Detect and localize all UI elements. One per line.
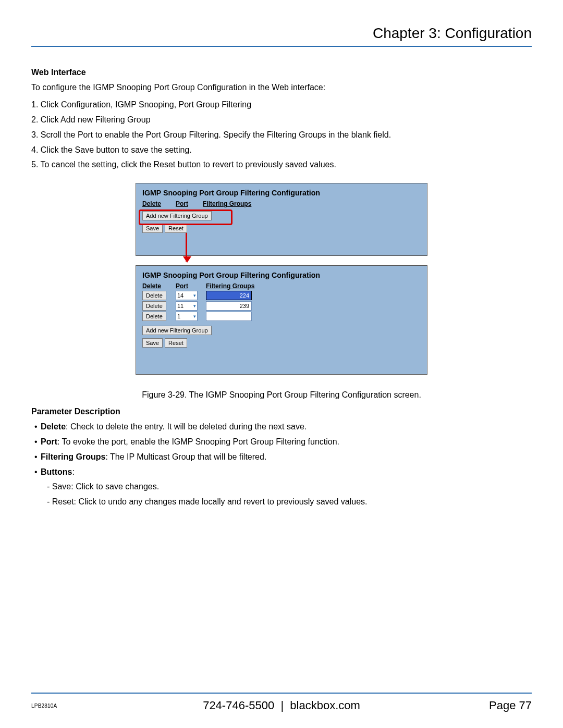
filtering-group-input[interactable] bbox=[206, 312, 252, 321]
param-term: Delete bbox=[41, 422, 66, 431]
page-footer: LPB2810A 724-746-5500 | blackbox.com Pag… bbox=[31, 693, 532, 712]
parameter-item: •Filtering Groups: The IP Multicast Grou… bbox=[31, 450, 532, 465]
chevron-down-icon: ▾ bbox=[193, 303, 196, 309]
param-desc: : Check to delete the entry. It will be … bbox=[66, 422, 307, 431]
chapter-title: Chapter 3: Configuration bbox=[31, 25, 532, 47]
step-item: 3. Scroll the Port to enable the Port Gr… bbox=[31, 128, 532, 143]
config-panel-populated: IGMP Snooping Port Group Filtering Confi… bbox=[136, 265, 427, 375]
delete-row-button[interactable]: Delete bbox=[142, 301, 166, 311]
highlight-arrow bbox=[186, 233, 187, 262]
col-filtering-groups: Filtering Groups bbox=[203, 200, 265, 207]
port-select[interactable]: 1▾ bbox=[176, 312, 198, 321]
port-select[interactable]: 14▾ bbox=[176, 291, 198, 300]
step-item: 4. Click the Save button to save the set… bbox=[31, 143, 532, 158]
step-item: 1. Click Configuration, IGMP Snooping, P… bbox=[31, 97, 532, 113]
add-filtering-group-button[interactable]: Add new Filtering Group bbox=[142, 326, 212, 335]
param-desc: : The IP Multicast Group that will be fi… bbox=[105, 452, 266, 461]
config-table: Delete Port Filtering Groups Delete 14▾ … bbox=[142, 282, 421, 321]
step-item: 2. Click Add new Filtering Group bbox=[31, 113, 532, 128]
delete-row-button[interactable]: Delete bbox=[142, 312, 166, 321]
sub-item: - Save: Click to save changes. bbox=[47, 479, 532, 495]
panel-heading: IGMP Snooping Port Group Filtering Confi… bbox=[142, 271, 421, 279]
figure-caption: Figure 3-29. The IGMP Snooping Port Grou… bbox=[31, 390, 532, 400]
chevron-down-icon: ▾ bbox=[193, 293, 196, 298]
button-sub-list: - Save: Click to save changes. - Reset: … bbox=[47, 479, 532, 510]
col-filtering-groups: Filtering Groups bbox=[206, 282, 258, 290]
param-desc: : To evoke the port, enable the IGMP Sno… bbox=[57, 437, 339, 446]
col-delete: Delete bbox=[142, 282, 172, 290]
col-port: Port bbox=[176, 282, 202, 290]
col-port: Port bbox=[176, 200, 199, 207]
port-value: 1 bbox=[177, 313, 180, 319]
sub-item: - Reset: Click to undo any changes made … bbox=[47, 495, 532, 510]
col-delete: Delete bbox=[142, 200, 172, 207]
figure-wrap: IGMP Snooping Port Group Filtering Confi… bbox=[31, 183, 532, 375]
highlight-box bbox=[139, 209, 232, 225]
param-desc: : bbox=[72, 467, 74, 476]
param-term: Filtering Groups bbox=[41, 452, 105, 461]
section-title-web-interface: Web Interface bbox=[31, 68, 532, 77]
step-list: 1. Click Configuration, IGMP Snooping, P… bbox=[31, 97, 532, 172]
parameter-item: •Delete: Check to delete the entry. It w… bbox=[31, 419, 532, 435]
section-title-parameter-description: Parameter Description bbox=[31, 407, 532, 416]
reset-button[interactable]: Reset bbox=[165, 338, 187, 348]
config-table-header: Delete Port Filtering Groups bbox=[142, 200, 421, 207]
parameter-item: •Port: To evoke the port, enable the IGM… bbox=[31, 435, 532, 450]
footer-contact: 724-746-5500 | blackbox.com bbox=[31, 699, 532, 712]
delete-row-button[interactable]: Delete bbox=[142, 291, 166, 300]
config-panel-empty: IGMP Snooping Port Group Filtering Confi… bbox=[136, 183, 427, 256]
intro-lead: To configure the IGMP Snooping Port Grou… bbox=[31, 80, 532, 94]
parameter-item: •Buttons: bbox=[31, 465, 532, 480]
filtering-group-input[interactable]: 224 bbox=[206, 291, 252, 300]
panel-heading: IGMP Snooping Port Group Filtering Confi… bbox=[142, 189, 421, 197]
chevron-down-icon: ▾ bbox=[193, 314, 196, 319]
port-value: 14 bbox=[177, 292, 183, 299]
step-item: 5. To cancel the setting, click the Rese… bbox=[31, 157, 532, 172]
param-term: Buttons bbox=[41, 467, 72, 476]
param-term: Port bbox=[41, 437, 57, 446]
filtering-group-input[interactable]: 239 bbox=[206, 301, 252, 311]
save-button[interactable]: Save bbox=[142, 338, 163, 348]
model-number: LPB2810A bbox=[31, 703, 57, 709]
port-select[interactable]: 11▾ bbox=[176, 301, 198, 311]
page-number: Page 77 bbox=[489, 699, 532, 712]
parameter-list: •Delete: Check to delete the entry. It w… bbox=[31, 419, 532, 510]
port-value: 11 bbox=[177, 303, 183, 309]
